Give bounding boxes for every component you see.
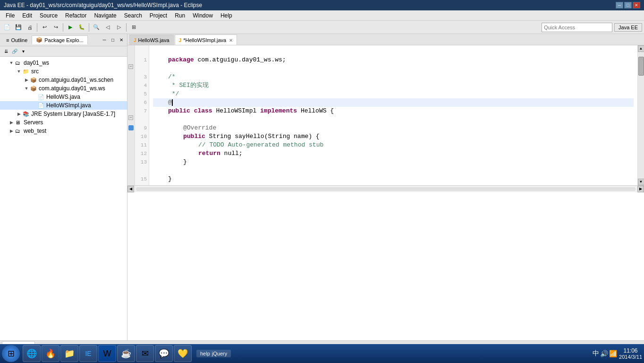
menu-search[interactable]: Search [120, 11, 146, 20]
collapse-comment-button[interactable]: − [128, 64, 133, 69]
undo-button[interactable]: ↩ [39, 22, 50, 33]
run-button[interactable]: ▶ [65, 22, 76, 33]
taskbar-clock: 11:06 2014/3/11 [619, 347, 642, 360]
save-button[interactable]: 💾 [13, 22, 24, 33]
tray-network: 📶 [609, 350, 617, 357]
minimize-panel-button[interactable]: ─ [101, 36, 108, 44]
tree-item-day01-ws[interactable]: ▼ 🗂 day01_ws [0, 59, 127, 67]
menu-run[interactable]: Run [171, 11, 189, 20]
scroll-up-button[interactable]: ▲ [638, 45, 644, 52]
search-button[interactable]: 🔍 [91, 22, 102, 33]
maximize-button[interactable]: □ [624, 2, 632, 9]
link-editor-button[interactable]: 🔗 [10, 47, 19, 56]
menu-navigate[interactable]: Navigate [90, 11, 120, 20]
code-line-15: } [153, 175, 634, 183]
separator-3 [89, 23, 89, 32]
left-panel: ≡ Outline 📦 Package Explo... ─ □ ✕ ⇊ 🔗 ▾ [0, 34, 127, 340]
scroll-right-button[interactable]: ▶ [637, 186, 644, 192]
package-explorer-tab[interactable]: 📦 Package Explo... [32, 35, 88, 44]
code-line-7: public class HelloWSImpl implements Hell… [153, 107, 634, 115]
tab-hellowsimpl-icon: J [179, 38, 182, 43]
menu-bar: File Edit Source Refactor Navigate Searc… [0, 10, 644, 21]
line-numbers: 1 3 4 5 6 7 9 10 11 12 13 [135, 45, 149, 185]
menu-file[interactable]: File [2, 11, 18, 20]
menu-refactor[interactable]: Refactor [61, 11, 90, 20]
editor-vscrollbar[interactable]: ▲ ▼ [637, 45, 644, 185]
maximize-panel-button[interactable]: □ [109, 36, 117, 44]
taskbar-app9[interactable]: 💛 [174, 345, 192, 362]
code-line-14 [153, 166, 634, 175]
taskbar-email[interactable]: ✉ [136, 345, 154, 362]
system-tray-icons: 中 🔊 📶 [593, 349, 617, 358]
jquery-label: jQuery [212, 351, 227, 356]
taskbar-ie2[interactable]: IE [79, 345, 97, 362]
menu-edit[interactable]: Edit [18, 11, 36, 20]
close-button[interactable]: ✕ [633, 2, 640, 9]
tray-icon1: 🔊 [600, 350, 608, 357]
minimize-button[interactable]: ─ [616, 2, 623, 9]
quick-access-input[interactable] [542, 23, 612, 32]
menu-project[interactable]: Project [146, 11, 171, 20]
menu-help[interactable]: Help [217, 11, 236, 20]
debug-button[interactable]: 🐛 [76, 22, 87, 33]
code-line-8 [153, 115, 634, 124]
taskbar-eclipse[interactable]: ☕ [117, 345, 135, 362]
taskbar-skype[interactable]: 💬 [155, 345, 173, 362]
close-panel-button[interactable]: ✕ [118, 36, 125, 44]
editor-hscrollbar[interactable]: ◀ ▶ [127, 185, 644, 192]
outline-tab[interactable]: ≡ Outline [2, 36, 32, 44]
tab-hellows[interactable]: J HelloWS.java [129, 35, 174, 45]
tree-item-webtest[interactable]: ▶ 🗂 web_test [0, 127, 127, 135]
tab-close-button[interactable]: ✕ [229, 38, 233, 43]
nav-fwd-button[interactable]: ▷ [114, 22, 124, 33]
menu-source[interactable]: Source [36, 11, 61, 20]
redo-button[interactable]: ↪ [51, 22, 61, 33]
hscroll-track[interactable] [136, 187, 636, 191]
code-line-empty1 [153, 47, 634, 56]
editor-tabs: J HelloWS.java J *HelloWSImpl.java ✕ [127, 34, 644, 45]
taskbar-ie[interactable]: 🌐 [23, 345, 41, 362]
collapse-all-button[interactable]: ⇊ [2, 47, 10, 56]
tab-hellowsimpl[interactable]: J *HelloWSImpl.java ✕ [175, 35, 237, 45]
main-area: ≡ Outline 📦 Package Explo... ─ □ ✕ ⇊ 🔗 ▾ [0, 34, 644, 340]
collapse-override-button[interactable]: − [128, 115, 133, 120]
tab-hellows-label: HelloWS.java [138, 37, 169, 43]
tree-menu-button[interactable]: ▾ [19, 47, 27, 56]
tree-item-jre[interactable]: ▶ 📚 JRE System Library [JavaSE-1.7] [0, 110, 127, 118]
package-explorer-icon: 📦 [36, 37, 42, 43]
left-panel-tabs: ≡ Outline 📦 Package Explo... ─ □ ✕ [0, 34, 127, 46]
code-line-5: */ [153, 90, 634, 98]
open-perspective-button[interactable]: ⊞ [128, 22, 139, 33]
quick-access-box: Java EE [542, 23, 642, 32]
menu-window[interactable]: Window [189, 11, 217, 20]
scroll-thumb[interactable] [638, 57, 644, 76]
tree-item-package-ws[interactable]: ▼ 📦 com.atguigu.day01_ws.ws [0, 84, 127, 93]
taskbar-word[interactable]: W [98, 345, 116, 362]
tree-item-package-schen[interactable]: ▶ 📦 com.atguigu.day01_ws.schen [0, 76, 127, 84]
taskbar-explorer[interactable]: 📁 [60, 345, 78, 362]
code-line-13: } [153, 158, 634, 166]
code-line-1: package com.atguigu.day01_ws.ws; [153, 56, 634, 64]
taskbar-firefox[interactable]: 🔥 [42, 345, 59, 362]
tree-item-hellowsimpl[interactable]: ▶ 📄 HelloWSImpl.java [0, 101, 127, 110]
code-line-9: @Override [153, 124, 634, 132]
code-editor[interactable]: − − 1 3 4 5 6 7 [127, 45, 644, 340]
code-line-12: return null; [153, 149, 634, 158]
taskbar: ⊞ 🌐 🔥 📁 IE W ☕ ✉ 💬 💛 help jQuery 中 🔊 📶 1… [0, 344, 644, 363]
java-ee-perspective-button[interactable]: Java EE [614, 23, 642, 32]
tree-item-servers[interactable]: ▶ 🖥 Servers [0, 118, 127, 127]
scroll-left-button[interactable]: ◀ [127, 186, 134, 192]
scroll-down-button[interactable]: ▼ [638, 179, 644, 185]
clock-date: 2014/3/11 [619, 354, 642, 360]
taskbar-help-item[interactable]: help jQuery [196, 350, 231, 357]
code-line-10: public String sayHello(String name) { [153, 132, 634, 141]
tree-item-src[interactable]: ▼ 📁 src [0, 67, 127, 76]
tree-item-hellows[interactable]: ▶ 📄 HelloWS.java [0, 93, 127, 101]
scroll-track[interactable] [638, 52, 644, 179]
code-content: − − 1 3 4 5 6 7 [127, 45, 644, 185]
nav-back-button[interactable]: ◁ [102, 22, 113, 33]
new-button[interactable]: 📄 [2, 22, 12, 33]
start-button[interactable]: ⊞ [2, 345, 20, 362]
code-lines[interactable]: package com.atguigu.day01_ws.ws; /* * SE… [149, 45, 637, 185]
print-button[interactable]: 🖨 [25, 22, 35, 33]
